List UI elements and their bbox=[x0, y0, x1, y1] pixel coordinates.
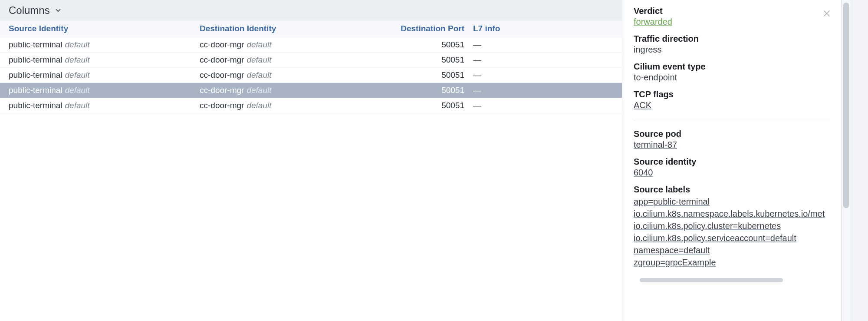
verdict-label: Verdict bbox=[634, 6, 830, 16]
cell-source: public-terminaldefault bbox=[9, 84, 200, 97]
source-label-item[interactable]: app=public-terminal bbox=[634, 195, 830, 208]
columns-label: Columns bbox=[9, 4, 50, 17]
cell-port: 50051 bbox=[386, 69, 473, 82]
field-source-labels: Source labels app=public-terminalio.cili… bbox=[634, 185, 830, 268]
table-header: Source Identity Destination Identity Des… bbox=[0, 20, 622, 37]
source-namespace: default bbox=[65, 101, 90, 110]
source-namespace: default bbox=[65, 55, 90, 64]
event-type-value: to-endpoint bbox=[634, 73, 830, 83]
field-cilium-event-type: Cilium event type to-endpoint bbox=[634, 62, 830, 83]
cell-source: public-terminaldefault bbox=[9, 99, 200, 112]
destination-namespace: default bbox=[247, 40, 271, 49]
cell-port: 50051 bbox=[386, 38, 473, 51]
app-root: Columns Source Identity Destination Iden… bbox=[0, 0, 868, 321]
cell-source: public-terminaldefault bbox=[9, 53, 200, 66]
destination-service: cc-door-mgr bbox=[200, 70, 244, 79]
cell-l7: — bbox=[473, 53, 613, 66]
source-identity-label: Source identity bbox=[634, 157, 830, 167]
destination-service: cc-door-mgr bbox=[200, 55, 244, 64]
columns-toolbar[interactable]: Columns bbox=[0, 0, 622, 20]
cell-destination: cc-door-mgrdefault bbox=[200, 69, 386, 82]
source-service: public-terminal bbox=[9, 40, 62, 49]
destination-service: cc-door-mgr bbox=[200, 40, 244, 49]
source-namespace: default bbox=[65, 86, 90, 95]
cell-l7: — bbox=[473, 69, 613, 82]
destination-service: cc-door-mgr bbox=[200, 86, 244, 95]
flows-table-area: Columns Source Identity Destination Iden… bbox=[0, 0, 622, 321]
source-pod-value[interactable]: terminal-87 bbox=[634, 140, 830, 150]
field-source-identity: Source identity 6040 bbox=[634, 157, 830, 178]
field-source-pod: Source pod terminal-87 bbox=[634, 129, 830, 150]
cell-l7: — bbox=[473, 99, 613, 112]
verdict-value[interactable]: forwarded bbox=[634, 17, 830, 27]
col-header-l7[interactable]: L7 info bbox=[473, 24, 613, 33]
source-label-item[interactable]: namespace=default bbox=[634, 244, 830, 256]
destination-namespace: default bbox=[247, 55, 271, 64]
horizontal-scrollbar[interactable] bbox=[634, 278, 830, 282]
source-label-item[interactable]: io.cilium.k8s.namespace.labels.kubernete… bbox=[634, 208, 830, 220]
field-verdict: Verdict forwarded bbox=[634, 6, 830, 27]
source-label-item[interactable]: io.cilium.k8s.policy.cluster=kubernetes bbox=[634, 220, 830, 232]
cell-destination: cc-door-mgrdefault bbox=[200, 53, 386, 66]
chevron-down-icon bbox=[54, 7, 62, 14]
table-row[interactable]: public-terminaldefaultcc-door-mgrdefault… bbox=[0, 53, 622, 68]
close-icon[interactable] bbox=[821, 8, 832, 19]
cell-l7: — bbox=[473, 84, 613, 97]
cell-source: public-terminaldefault bbox=[9, 38, 200, 51]
table-row[interactable]: public-terminaldefaultcc-door-mgrdefault… bbox=[0, 37, 622, 53]
event-type-label: Cilium event type bbox=[634, 62, 830, 72]
source-namespace: default bbox=[65, 40, 90, 49]
destination-namespace: default bbox=[247, 101, 271, 110]
source-service: public-terminal bbox=[9, 70, 62, 79]
source-labels-label: Source labels bbox=[634, 185, 830, 195]
col-header-source[interactable]: Source Identity bbox=[9, 24, 200, 33]
window-vertical-scrollbar[interactable] bbox=[851, 0, 868, 321]
table-row[interactable]: public-terminaldefaultcc-door-mgrdefault… bbox=[0, 68, 622, 83]
col-header-port[interactable]: Destination Port bbox=[386, 24, 473, 33]
traffic-direction-label: Traffic direction bbox=[634, 34, 830, 44]
destination-service: cc-door-mgr bbox=[200, 101, 244, 110]
field-traffic-direction: Traffic direction ingress bbox=[634, 34, 830, 55]
cell-port: 50051 bbox=[386, 53, 473, 66]
source-labels-list: app=public-terminalio.cilium.k8s.namespa… bbox=[634, 195, 830, 268]
table-row[interactable]: public-terminaldefaultcc-door-mgrdefault… bbox=[0, 98, 622, 113]
tcp-flags-label: TCP flags bbox=[634, 89, 830, 99]
source-label-item[interactable]: io.cilium.k8s.policy.serviceaccount=defa… bbox=[634, 232, 830, 244]
traffic-direction-value: ingress bbox=[634, 45, 830, 55]
horizontal-scrollbar-thumb[interactable] bbox=[640, 278, 783, 282]
source-service: public-terminal bbox=[9, 101, 62, 110]
details-panel: Verdict forwarded Traffic direction ingr… bbox=[622, 0, 841, 321]
source-namespace: default bbox=[65, 70, 90, 79]
cell-destination: cc-door-mgrdefault bbox=[200, 84, 386, 97]
scrollbar-thumb[interactable] bbox=[843, 3, 849, 208]
source-label-item[interactable]: zgroup=grpcExample bbox=[634, 256, 830, 268]
tcp-flags-value[interactable]: ACK bbox=[634, 100, 830, 110]
cell-destination: cc-door-mgrdefault bbox=[200, 38, 386, 51]
col-header-destination[interactable]: Destination Identity bbox=[200, 24, 386, 33]
cell-port: 50051 bbox=[386, 84, 473, 97]
field-tcp-flags: TCP flags ACK bbox=[634, 89, 830, 110]
source-service: public-terminal bbox=[9, 86, 62, 95]
source-service: public-terminal bbox=[9, 55, 62, 64]
destination-namespace: default bbox=[247, 70, 271, 79]
cell-source: public-terminaldefault bbox=[9, 69, 200, 82]
cell-l7: — bbox=[473, 38, 613, 51]
source-identity-value[interactable]: 6040 bbox=[634, 168, 830, 178]
divider bbox=[634, 121, 830, 121]
panel-vertical-scrollbar[interactable] bbox=[841, 0, 851, 321]
table-row[interactable]: public-terminaldefaultcc-door-mgrdefault… bbox=[0, 83, 622, 98]
cell-destination: cc-door-mgrdefault bbox=[200, 99, 386, 112]
destination-namespace: default bbox=[247, 86, 271, 95]
cell-port: 50051 bbox=[386, 99, 473, 112]
source-pod-label: Source pod bbox=[634, 129, 830, 139]
table-body: public-terminaldefaultcc-door-mgrdefault… bbox=[0, 37, 622, 113]
